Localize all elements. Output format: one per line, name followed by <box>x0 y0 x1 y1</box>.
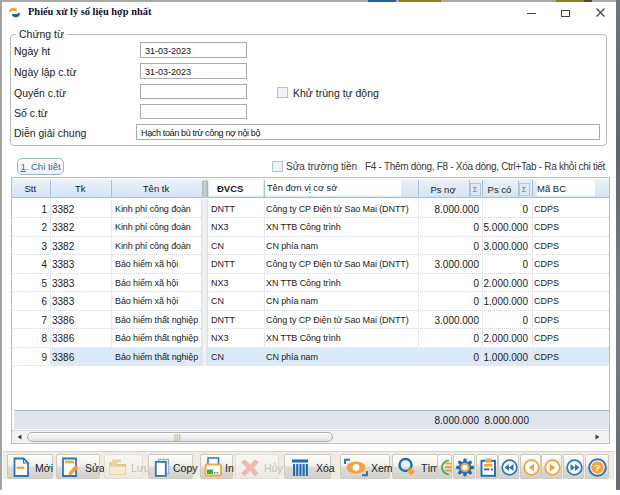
svg-text:?: ? <box>595 461 601 472</box>
